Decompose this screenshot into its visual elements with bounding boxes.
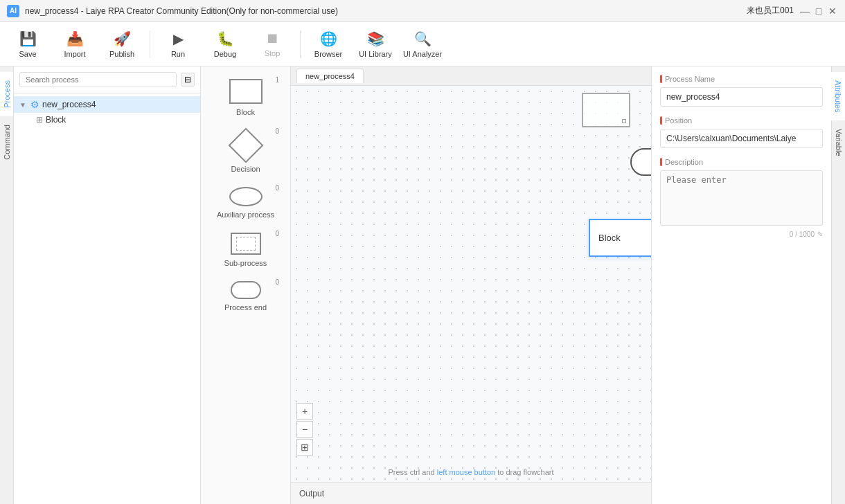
titlebar-user: 来也员工001 <box>747 5 794 17</box>
mini-map-indicator <box>622 119 626 123</box>
variable-tab[interactable]: Variable <box>832 120 846 165</box>
canvas-hint-link[interactable]: left mouse button <box>437 468 495 476</box>
run-icon: ▶ <box>173 30 184 47</box>
debug-icon: 🐛 <box>217 30 234 47</box>
output-bar: Output <box>291 482 651 504</box>
titlebar-left: AI new_process4 - Laiye RPA Creator Comm… <box>7 5 338 17</box>
search-input[interactable] <box>19 72 177 87</box>
close-button[interactable]: ✕ <box>827 6 838 17</box>
command-tab[interactable]: Command <box>0 116 13 168</box>
shape-processend-label: Process end <box>224 303 267 312</box>
shape-subprocess-item[interactable]: 0 Sub-process <box>201 226 290 274</box>
debug-button[interactable]: 🐛 Debug <box>203 25 247 64</box>
tree-root-label: new_process4 <box>42 100 96 109</box>
right-panel-inner: Process Name Position Description 0 / 10… <box>652 66 831 504</box>
canvas-tab[interactable]: new_process4 <box>296 69 364 83</box>
main-layout: Process Command ⊟ ▼ ⚙ new_process4 ⊞ <box>0 66 845 504</box>
description-section: Description 0 / 1000 ✎ <box>660 158 823 238</box>
browser-button[interactable]: 🌐 Browser <box>306 25 350 64</box>
description-textarea[interactable] <box>660 170 823 226</box>
shape-decision-label: Decision <box>231 165 260 173</box>
shape-decision-item[interactable]: 0 Decision <box>201 123 290 180</box>
ui-analyzer-label: UI Analyzer <box>403 50 442 58</box>
titlebar-right: 来也员工001 — □ ✕ <box>747 5 838 17</box>
browser-icon: 🌐 <box>320 30 337 47</box>
process-name-section: Process Name <box>660 75 823 107</box>
tree-child-block[interactable]: ⊞ Block <box>30 113 200 127</box>
canvas-hint-text: Press ctrl and <box>388 468 436 476</box>
publish-button[interactable]: 🚀 Publish <box>100 25 144 64</box>
tree-root-icon: ⚙ <box>30 99 39 110</box>
tree-root-item[interactable]: ▼ ⚙ new_process4 <box>14 96 200 113</box>
stop-button[interactable]: ⏹ Stop <box>250 25 294 64</box>
char-count: 0 / 1000 ✎ <box>660 231 823 238</box>
process-name-input[interactable] <box>660 87 823 107</box>
process-name-label: Process Name <box>660 75 823 83</box>
ui-analyzer-icon: 🔍 <box>414 30 432 47</box>
left-panel: ⊟ ▼ ⚙ new_process4 ⊞ Block <box>14 66 201 504</box>
toolbar: 💾 Save 📥 Import 🚀 Publish ▶ Run 🐛 Debug … <box>0 22 845 66</box>
left-vertical-tabs: Process Command <box>0 66 14 504</box>
shape-processend-item[interactable]: 0 Process end <box>201 274 290 318</box>
browser-label: Browser <box>314 50 342 58</box>
save-icon: 💾 <box>19 30 37 47</box>
right-side-tabs: Attributes Variable <box>831 66 845 504</box>
titlebar-title: new_process4 - Laiye RPA Creator Communi… <box>25 6 338 16</box>
shape-block-label: Block <box>236 108 255 116</box>
ui-analyzer-button[interactable]: 🔍 UI Analyzer <box>400 25 445 64</box>
shape-block-icon <box>229 79 263 104</box>
shape-subprocess-icon <box>231 233 261 255</box>
description-label: Description <box>660 158 823 166</box>
shape-decision-wrapper <box>231 130 261 161</box>
canvas-container[interactable]: Start Block ▶ ✎ + − ⊞ Press ctrl and lef… <box>291 86 651 482</box>
titlebar: AI new_process4 - Laiye RPA Creator Comm… <box>0 0 845 22</box>
shape-subprocess-count: 0 <box>275 230 279 237</box>
flow-block-node[interactable]: Block ▶ ✎ <box>589 219 651 257</box>
ui-library-button[interactable]: 📚 UI Library <box>353 25 398 64</box>
zoom-fit-button[interactable]: ⊞ <box>296 439 313 456</box>
edit-icon[interactable]: ✎ <box>817 231 823 238</box>
process-tab[interactable]: Process <box>0 72 13 116</box>
import-label: Import <box>64 50 85 58</box>
canvas-hint-suffix: to drag flowchart <box>495 468 553 476</box>
shape-auxiliary-icon <box>229 187 263 206</box>
position-label: Position <box>660 116 823 125</box>
publish-label: Publish <box>109 50 134 58</box>
shape-processend-count: 0 <box>275 278 279 286</box>
app-logo: AI <box>7 5 19 17</box>
debug-label: Debug <box>214 50 236 58</box>
ui-library-label: UI Library <box>359 50 392 58</box>
publish-icon: 🚀 <box>114 30 131 47</box>
canvas-hint: Press ctrl and left mouse button to drag… <box>291 468 651 476</box>
tree-child-label: Block <box>46 115 66 125</box>
tree-children: ⊞ Block <box>14 113 200 127</box>
import-button[interactable]: 📥 Import <box>53 25 97 64</box>
minimize-button[interactable]: — <box>799 6 810 17</box>
position-input[interactable] <box>660 129 823 148</box>
shape-auxiliary-count: 0 <box>275 184 279 192</box>
flow-start-node[interactable]: Start <box>630 148 651 176</box>
stop-icon: ⏹ <box>265 30 279 46</box>
search-collapse-button[interactable]: ⊟ <box>181 73 195 87</box>
block-icon: ⊞ <box>36 115 43 125</box>
right-panel: Process Name Position Description 0 / 10… <box>651 66 845 504</box>
zoom-in-button[interactable]: + <box>296 403 313 420</box>
attributes-tab[interactable]: Attributes <box>831 72 846 120</box>
shape-subprocess-label: Sub-process <box>224 259 267 267</box>
tree-toggle-icon: ▼ <box>19 101 28 109</box>
shape-decision-count: 0 <box>275 127 279 135</box>
stop-label: Stop <box>265 49 281 57</box>
zoom-controls: + − ⊞ <box>296 403 313 456</box>
shape-auxiliary-label: Auxiliary process <box>217 210 274 219</box>
save-button[interactable]: 💾 Save <box>6 25 50 64</box>
ui-library-icon: 📚 <box>367 30 384 47</box>
maximize-button[interactable]: □ <box>813 6 824 17</box>
shape-block-count: 1 <box>275 76 279 84</box>
shape-auxiliary-item[interactable]: 0 Auxiliary process <box>201 180 290 226</box>
shape-block-item[interactable]: 1 Block <box>201 72 290 123</box>
toolbar-separator-2 <box>300 30 301 58</box>
shape-processend-icon <box>231 281 261 299</box>
char-count-value: 0 / 1000 <box>790 231 815 238</box>
run-button[interactable]: ▶ Run <box>156 25 200 64</box>
zoom-out-button[interactable]: − <box>296 421 313 438</box>
